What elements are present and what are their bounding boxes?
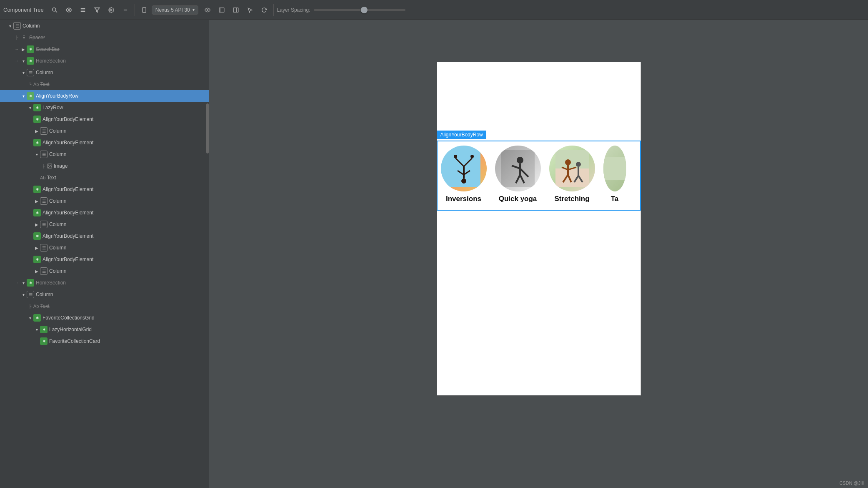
visibility-icon[interactable]: [63, 4, 75, 16]
tree-label: Image: [54, 163, 205, 169]
tree-label: AlignYourBodyElement: [43, 116, 205, 122]
tree-item-favgrid[interactable]: ▾ ⚛ FavoriteCollectionsGrid: [0, 312, 209, 324]
expand-icon[interactable]: ▾: [33, 151, 40, 158]
eye-action-icon[interactable]: [202, 4, 213, 16]
ab-icon: Ab: [33, 304, 39, 309]
tree-item-text-1[interactable]: └ Ab Text: [0, 78, 209, 90]
svg-line-1: [55, 11, 57, 13]
tree-item-column-3[interactable]: ▾ ☰ Column: [0, 148, 209, 160]
align-body-row-highlight: AlignYourBodyRow: [437, 141, 641, 211]
tree-item-alignelement-2[interactable]: ⚛ AlignYourBodyElement: [0, 137, 209, 148]
tree-label: AlignYourBodyElement: [43, 257, 205, 262]
tree-item-alignelement-3[interactable]: ⚛ AlignYourBodyElement: [0, 184, 209, 195]
tree-label: FavoriteCollectionsGrid: [43, 315, 205, 321]
expand-icon[interactable]: ▾: [20, 279, 27, 286]
tree-item-spacer[interactable]: ├ ⠿ Spacer: [0, 32, 209, 43]
tree-item-homesection-1[interactable]: → ▾ ⚛ HomeSection: [0, 55, 209, 67]
tree-label: Column: [49, 151, 205, 157]
expand-icon[interactable]: ▾: [20, 69, 27, 76]
tree-item-lazyrow[interactable]: ▾ ⚛ LazyRow: [0, 102, 209, 113]
expand-icon[interactable]: ▾: [20, 291, 27, 298]
tree-item-alignelement-6[interactable]: ⚛ AlignYourBodyElement: [0, 254, 209, 265]
column-icon: ☰: [40, 244, 48, 252]
tree-label: Column: [36, 292, 205, 297]
expand-icon[interactable]: ▾: [7, 23, 13, 29]
filter-icon[interactable]: [91, 4, 103, 16]
collapse-icon[interactable]: ▶: [20, 46, 27, 53]
composable-icon: ⚛: [33, 186, 41, 193]
svg-point-37: [565, 159, 571, 165]
tree-item-alignelement-5[interactable]: ⚛ AlignYourBodyElement: [0, 230, 209, 242]
tree-label: FavoriteCollectionCard: [49, 338, 205, 344]
tree-label: Text: [40, 81, 205, 87]
tree-item-text-3[interactable]: ├ Ab Text: [0, 300, 209, 312]
tree-item-image[interactable]: ├ Image: [0, 160, 209, 172]
refresh-icon[interactable]: [258, 4, 270, 16]
tree-item-column-6[interactable]: ▶ ☰ Column: [0, 242, 209, 254]
connector-icon: ├: [13, 32, 20, 43]
svg-rect-14: [233, 8, 238, 12]
tree-item-text-2[interactable]: Ab Text: [0, 172, 209, 184]
collapse-icon[interactable]: ▶: [33, 198, 40, 204]
tree-item-column-hs2[interactable]: ▾ ☰ Column: [0, 289, 209, 300]
component-tree-panel: ▾ ☰ Column ├ ⠿ Spacer → ▶ ⚛ SearchBar → …: [0, 20, 209, 488]
collapse-icon[interactable]: ▶: [33, 244, 40, 251]
collapse-icon[interactable]: ▶: [33, 128, 40, 134]
tree-label: Text: [40, 303, 205, 309]
stretching-image: [549, 146, 595, 191]
search-icon[interactable]: [49, 4, 60, 16]
expand-icon[interactable]: ▾: [20, 93, 27, 99]
expand-icon[interactable]: ▾: [27, 314, 33, 321]
tree-item-searchbar[interactable]: → ▶ ⚛ SearchBar: [0, 43, 209, 55]
expand-icon[interactable]: ▾: [33, 326, 40, 333]
tree-label: LazyRow: [43, 105, 205, 111]
settings-icon[interactable]: [105, 4, 117, 16]
tree-label: Column: [49, 245, 205, 251]
tree-label: Column: [49, 128, 205, 134]
ab-icon: Ab: [33, 82, 39, 87]
tree-item-alignyourbodyrow[interactable]: ▾ ⚛ AlignYourBodyRow: [0, 90, 209, 102]
align-label-tag: AlignYourBodyRow: [437, 131, 486, 139]
tree-item-column-2[interactable]: ▶ ☰ Column: [0, 125, 209, 137]
tree-item-favcollcard[interactable]: ⚛ FavoriteCollectionCard: [0, 335, 209, 347]
svg-marker-6: [95, 8, 100, 12]
svg-rect-36: [555, 169, 589, 187]
category-label: Ta: [611, 195, 619, 203]
scrollbar[interactable]: [206, 103, 209, 153]
tree-label: LazyHorizontalGrid: [49, 327, 205, 332]
tree-item-alignelement-1[interactable]: ⚛ AlignYourBodyElement: [0, 113, 209, 125]
tree-item-column-5[interactable]: ▶ ☰ Column: [0, 219, 209, 230]
layer-spacing-thumb[interactable]: [361, 7, 368, 13]
composable-icon: ⚛: [27, 92, 34, 100]
svg-rect-12: [219, 8, 224, 12]
layout1-icon[interactable]: [216, 4, 228, 16]
tree-label: Column: [36, 70, 205, 75]
minimize-icon[interactable]: [120, 4, 131, 16]
tree-item-alignelement-4[interactable]: ⚛ AlignYourBodyElement: [0, 207, 209, 219]
cursor-icon[interactable]: [244, 4, 256, 16]
tree-item-column-7[interactable]: ▶ ☰ Column: [0, 265, 209, 277]
tree-item-column-1[interactable]: ▾ ☰ Column: [0, 67, 209, 78]
collapse-icon[interactable]: ▶: [33, 268, 40, 274]
tree-item-column-root[interactable]: ▾ ☰ Column: [0, 20, 209, 32]
svg-point-43: [576, 162, 581, 167]
device-selector[interactable]: Nexus 5 API 30 ▾: [152, 5, 198, 15]
category-circle-tai: [603, 146, 626, 191]
tree-label: AlignYourBodyElement: [43, 233, 205, 239]
tree-item-column-4[interactable]: ▶ ☰ Column: [0, 195, 209, 207]
tree-item-lazyhgrid[interactable]: ▾ ⚛ LazyHorizontalGrid: [0, 324, 209, 335]
tree-item-homesection-2[interactable]: → ▾ ⚛ HomeSection: [0, 277, 209, 289]
layout2-icon[interactable]: [230, 4, 242, 16]
collapse-icon[interactable]: ▶: [33, 221, 40, 228]
layer-spacing-slider[interactable]: [314, 9, 405, 11]
column-icon: ☰: [40, 221, 48, 228]
toolbar-separator-1: [135, 4, 135, 16]
image-icon: [47, 163, 53, 169]
expand-icon[interactable]: ▾: [27, 104, 33, 111]
list-icon[interactable]: [77, 4, 89, 16]
column-icon: ☰: [40, 151, 48, 158]
ab-icon: Ab: [40, 175, 45, 180]
composable-icon: ⚛: [33, 314, 41, 322]
category-label: Stretching: [554, 195, 589, 203]
expand-icon[interactable]: ▾: [20, 58, 27, 64]
